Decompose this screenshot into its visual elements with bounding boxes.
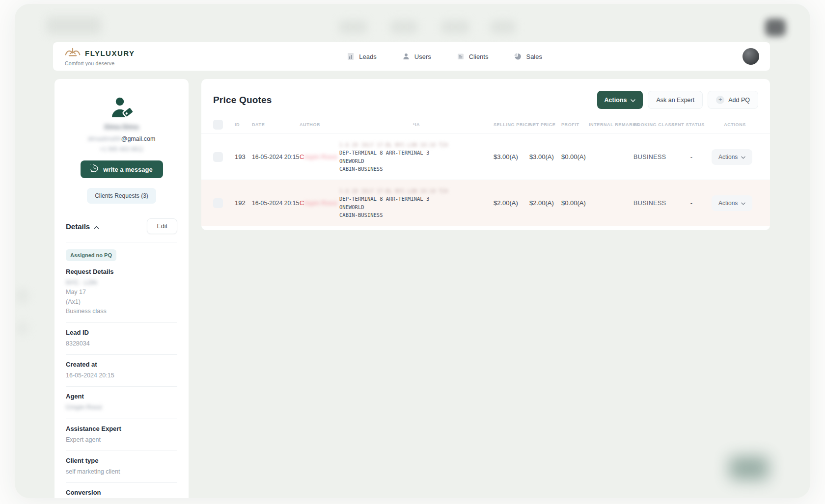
cell-sent-status: -	[671, 153, 712, 160]
cell-id: 192	[235, 199, 252, 207]
client-type-section: Client type self marketing client	[66, 457, 177, 483]
itinerary-blurred-line: 1-A 20 JULY 17-BL NYC-LON 10:10 TZ4	[339, 187, 487, 195]
leads-icon	[347, 53, 355, 60]
nav-item-users[interactable]: Users	[402, 53, 431, 60]
cell-author: Crispin Rossi	[300, 153, 339, 160]
users-icon	[402, 53, 410, 60]
nav-item-sales[interactable]: Sales	[514, 53, 542, 60]
row-actions-label: Actions	[718, 154, 738, 160]
column-header-selling-price: SELLING PRICE	[494, 122, 529, 127]
chevron-down-icon	[631, 97, 635, 104]
request-date: May 17	[66, 288, 177, 297]
clients-requests-button[interactable]: Clients Requests (3)	[87, 188, 156, 204]
nav-label: Clients	[469, 53, 489, 60]
request-route-blurred: NYC - LON	[66, 278, 177, 288]
blurred-artifact	[339, 20, 367, 34]
itinerary-alliance: ONEWORLD	[339, 157, 487, 165]
blurred-artifact	[390, 20, 418, 34]
column-header-sent-status: SENT STATUS	[671, 122, 712, 127]
row-checkbox[interactable]	[213, 198, 223, 208]
write-message-button[interactable]: write a message	[81, 160, 163, 178]
column-header-internal-remarks: INTERNAL REMARKS	[589, 122, 633, 127]
row-actions-label: Actions	[718, 200, 738, 207]
row-actions-button[interactable]: Actions	[712, 149, 752, 165]
cell-net-price: $2.00(A)	[529, 199, 561, 207]
nav-label: Users	[414, 53, 431, 60]
lead-id-section: Lead ID 8328034	[66, 329, 177, 355]
client-email: dimadima94@gmail.com	[66, 135, 177, 142]
brand-tagline: Comfort you deserve	[65, 61, 135, 66]
details-toggle[interactable]: Details	[66, 222, 99, 231]
column-header-author: AUTHOR	[300, 122, 339, 127]
whatsapp-icon	[90, 164, 99, 174]
column-header-date: DATE	[252, 122, 300, 127]
row-checkbox[interactable]	[213, 152, 223, 162]
itinerary-terminals: DEP-TERMINAL 8 ARR-TERMINAL 3	[339, 149, 487, 157]
cell-booking-class: BUSINESS	[633, 200, 671, 207]
edit-details-button[interactable]: Edit	[147, 218, 177, 234]
ask-expert-button[interactable]: Ask an Expert	[648, 91, 703, 109]
top-bar: FLYLUXURY Comfort you deserve Leads	[53, 42, 770, 71]
nav-item-clients[interactable]: Clients	[457, 53, 489, 60]
author-initial: C	[300, 199, 304, 207]
row-actions-button[interactable]: Actions	[712, 195, 752, 211]
blurred-artifact	[16, 289, 28, 303]
blurred-artifact	[46, 17, 101, 34]
author-blurred: rispin Rossi	[304, 199, 337, 207]
agent-name-blurred: Crispin Rossi	[66, 403, 177, 412]
cell-id: 193	[235, 153, 252, 160]
request-cabin: Business class	[66, 307, 177, 316]
cell-booking-class: BUSINESS	[633, 154, 671, 160]
client-email-blurred-part: dimadima94	[88, 135, 121, 142]
user-avatar[interactable]	[742, 48, 759, 65]
chevron-down-icon	[741, 154, 745, 160]
column-header-booking-class: BOOKING CLASS	[633, 122, 671, 127]
cell-date: 16-05-2024 20:15	[252, 200, 300, 207]
lead-id-value: 8328034	[66, 339, 177, 348]
select-all-checkbox[interactable]	[213, 120, 223, 130]
plus-icon: +	[716, 96, 724, 104]
table-row: 192 16-05-2024 20:15 Crispin Rossi 1-A 2…	[201, 180, 770, 226]
nav-label: Sales	[526, 53, 542, 60]
request-details-section: Request Details NYC - LON May 17 (Ax1) B…	[66, 268, 177, 323]
created-at-section: Created at 16-05-2024 20:15	[66, 361, 177, 387]
add-pq-label: Add PQ	[728, 97, 750, 104]
itinerary-cabin: CABIN-BUSINESS	[339, 211, 487, 219]
column-header-actions: ACTIONS	[712, 122, 758, 127]
header-buttons: Actions Ask an Expert + Add PQ	[597, 91, 758, 109]
chevron-up-icon	[94, 222, 99, 231]
conversion-section: Conversion Excluded from conversion	[66, 489, 177, 498]
itinerary-alliance: ONEWORLD	[339, 203, 487, 211]
table-row: 193 16-05-2024 20:15 Crispin Rossi 1-A 2…	[201, 133, 770, 180]
brand-name: FLYLUXURY	[85, 50, 135, 57]
author-initial: C	[300, 153, 304, 160]
section-label: Request Details	[66, 268, 177, 275]
client-email-domain: @gmail.com	[121, 135, 156, 142]
cell-itinerary: 1-A 20 JULY 17-BL NYC-LON 10:10 TZ4 DEP-…	[339, 187, 494, 219]
assistance-expert-value: Expert agent	[66, 435, 177, 445]
actions-dropdown-button[interactable]: Actions	[597, 91, 643, 109]
assigned-no-pq-badge: Assigned no PQ	[66, 249, 116, 261]
section-label: Agent	[66, 393, 177, 400]
cell-profit: $0.00(A)	[561, 153, 589, 160]
nav-label: Leads	[359, 53, 376, 60]
chevron-down-icon	[741, 200, 745, 207]
nav-item-leads[interactable]: Leads	[347, 53, 376, 60]
cell-itinerary: 1-A 20 JULY 17-BL NYC-LON 10:10 TZ4 DEP-…	[339, 141, 494, 173]
content-header: Price Quotes Actions Ask an Expert + Add…	[201, 79, 770, 116]
client-phone-blurred: +1 565 463 8811	[66, 146, 177, 153]
itinerary-terminals: DEP-TERMINAL 8 ARR-TERMINAL 3	[339, 195, 487, 203]
client-type-value: self marketing client	[66, 467, 177, 477]
section-label: Lead ID	[66, 329, 177, 336]
brand: FLYLUXURY Comfort you deserve	[64, 47, 135, 66]
price-quotes-panel: Price Quotes Actions Ask an Expert + Add…	[201, 79, 770, 230]
cell-author: Crispin Rossi	[300, 199, 339, 207]
section-label: Assistance Expert	[66, 425, 177, 432]
details-header: Details Edit	[66, 218, 177, 234]
cell-sent-status: -	[671, 199, 712, 207]
column-header-id: ID	[235, 122, 252, 127]
cell-net-price: $3.00(A)	[529, 153, 561, 160]
client-name-blurred: Dima Dima	[66, 123, 177, 131]
add-pq-button[interactable]: + Add PQ	[708, 91, 758, 109]
itinerary-blurred-line: 1-A 20 JULY 17-BL NYC-LON 10:10 TZ4	[339, 141, 487, 149]
